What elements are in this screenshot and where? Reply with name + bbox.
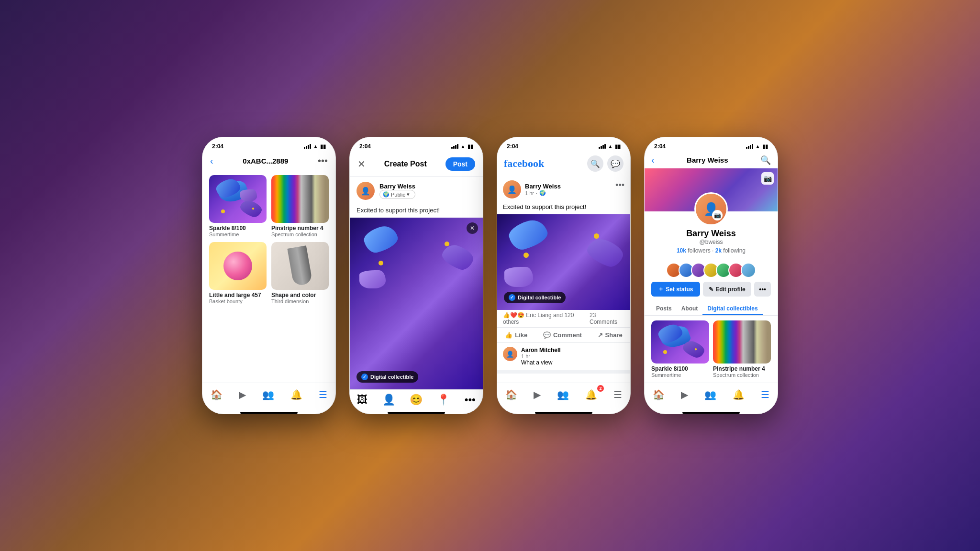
toolbar-tag[interactable]: 👤	[382, 394, 395, 406]
nav-home-3[interactable]: 🏠	[501, 387, 522, 402]
nav-video-4[interactable]: ▶	[676, 387, 693, 402]
post-blob-2	[439, 242, 476, 273]
signal-icon	[304, 144, 311, 149]
toolbar-more[interactable]: •••	[465, 394, 476, 406]
bottom-nav-4: 🏠 ▶ 👥 🔔 ☰	[645, 383, 778, 410]
tab-about[interactable]: About	[677, 301, 703, 315]
feed-dot-1	[523, 253, 529, 258]
profile-nav-header: ‹ Barry Weiss 🔍	[645, 152, 778, 168]
more-button[interactable]: •••	[318, 155, 328, 166]
tab-posts[interactable]: Posts	[651, 301, 677, 315]
feed-image: ✓ Digital collectible	[497, 214, 630, 310]
feed-check-icon: ✓	[509, 294, 515, 301]
profile-name: Barry Weiss	[651, 229, 771, 239]
profile-avatar: 👤 📷	[694, 192, 728, 226]
comment-button[interactable]: 💬 Comment	[543, 331, 582, 339]
nft-item-1[interactable]: Sparkle 8/100 Summertime	[209, 175, 267, 237]
feed-actions: 👍 Like 💬 Comment ↗ Share	[497, 327, 630, 342]
comment-time: 1 hr	[521, 353, 561, 359]
profile-header-name: Barry Weiss	[687, 156, 728, 164]
signal-icon-2	[451, 144, 458, 149]
nav-groups-3[interactable]: 👥	[552, 387, 574, 402]
profile-nft-name-1: Sparkle 8/100	[651, 365, 709, 372]
nav-groups-4[interactable]: 👥	[700, 387, 721, 402]
feed-more-button[interactable]: •••	[615, 180, 624, 190]
tab-digital-collectibles[interactable]: Digital collectibles	[702, 301, 762, 315]
friend-avatar-7	[741, 263, 756, 278]
comment-text: What a view	[521, 359, 561, 366]
status-bar-1: 2:04 ▲ ▮▮	[202, 137, 335, 152]
profile-nft-item-1[interactable]: Sparkle 8/100 Summertime	[651, 320, 709, 378]
profile-search-button[interactable]: 🔍	[760, 155, 771, 165]
time-1: 2:04	[212, 143, 223, 150]
post-blob-3	[359, 270, 386, 288]
nav-menu-3[interactable]: ☰	[609, 387, 627, 402]
nav-notifications[interactable]: 🔔	[286, 387, 307, 402]
post-button[interactable]: Post	[445, 157, 475, 171]
phone-1-content: ‹ 0xABC...2889 ••• Sparkle 8/100 Summert…	[202, 152, 335, 383]
profile-blob-container	[651, 320, 709, 364]
comment-avatar: 👤	[503, 347, 517, 361]
toolbar-emoji[interactable]: 😊	[410, 394, 423, 406]
post-text-2: Excited to support this project!	[350, 205, 483, 218]
nft-name-2: Pinstripe number 4	[271, 225, 329, 231]
avatar-camera-icon[interactable]: 📷	[712, 210, 723, 220]
feed-blob-3	[504, 267, 533, 287]
nft-thumb-shape	[271, 242, 329, 290]
toolbar-location[interactable]: 📍	[437, 394, 450, 406]
check-icon: ✓	[361, 374, 368, 380]
nav-home[interactable]: 🏠	[206, 387, 227, 402]
profile-back-button[interactable]: ‹	[651, 154, 655, 165]
toolbar-photo[interactable]: 🖼	[357, 394, 368, 406]
user-name-row: Barry Weiss 🌍 Public ▾	[379, 183, 415, 199]
status-bar-4: 2:04 ▲ ▮▮	[645, 137, 778, 152]
fb-header-icons: 🔍 💬	[587, 155, 624, 172]
nft-thumb-pinstripe	[271, 175, 329, 223]
profile-nft-thumb-1	[651, 320, 709, 364]
audience-pill[interactable]: 🌍 Public ▾	[379, 190, 415, 199]
nft-item-4[interactable]: Shape and color Third dimension	[271, 242, 329, 304]
profile-nft-collection-2: Spectrum collection	[713, 372, 771, 378]
profile-nft-item-2[interactable]: Pinstripe number 4 Spectrum collection	[713, 320, 771, 378]
nav-video-3[interactable]: ▶	[529, 387, 546, 402]
nft-collection-4: Third dimension	[271, 298, 329, 304]
nft-item-2[interactable]: Pinstripe number 4 Spectrum collection	[271, 175, 329, 237]
set-status-button[interactable]: ＋ Set status	[651, 282, 700, 297]
nft-name-1: Sparkle 8/100	[209, 225, 267, 231]
remove-image-button[interactable]: ✕	[467, 222, 478, 234]
battery-icon-2: ▮▮	[468, 143, 473, 150]
post-image-bg	[350, 218, 483, 389]
back-button[interactable]: ‹	[210, 155, 213, 166]
bottom-indicator-1	[240, 412, 298, 414]
time-3: 2:04	[507, 143, 518, 150]
blob-shape-3	[240, 189, 257, 201]
like-button[interactable]: 👍 Like	[505, 331, 527, 339]
edit-profile-button[interactable]: ✎ Edit profile	[703, 282, 752, 297]
comments-count: 23 Comments	[590, 312, 624, 325]
nav-menu-4[interactable]: ☰	[756, 387, 774, 402]
search-icon-btn[interactable]: 🔍	[587, 155, 603, 172]
nav-home-4[interactable]: 🏠	[648, 387, 669, 402]
nav-notifications-3[interactable]: 🔔	[580, 387, 602, 402]
profile-more-button[interactable]: •••	[754, 282, 771, 297]
battery-icon: ▮▮	[320, 143, 326, 150]
cover-camera-icon[interactable]: 📷	[761, 172, 774, 185]
nav-notifications-4[interactable]: 🔔	[728, 387, 749, 402]
status-icons-4: ▲ ▮▮	[746, 143, 768, 150]
nav-groups[interactable]: 👥	[257, 387, 279, 402]
share-button[interactable]: ↗ Share	[598, 331, 623, 339]
bottom-indicator-2	[388, 412, 445, 414]
profile-nft-name-2: Pinstripe number 4	[713, 365, 771, 372]
nav-video[interactable]: ▶	[234, 387, 251, 402]
status-icons-2: ▲ ▮▮	[451, 143, 473, 150]
messenger-icon-btn[interactable]: 💬	[607, 155, 624, 172]
close-button[interactable]: ✕	[357, 158, 366, 170]
nav-menu[interactable]: ☰	[314, 387, 332, 402]
fruit-shape	[223, 252, 252, 280]
user-name-2: Barry Weiss	[379, 183, 415, 190]
post-toolbar: 🖼 👤 😊 📍 •••	[350, 389, 483, 410]
nft-item-3[interactable]: Little and large 457 Basket bounty	[209, 242, 267, 304]
wifi-icon-2: ▲	[460, 143, 466, 149]
phone-2-content: ✕ Create Post Post 👤 Barry Weiss 🌍 Publi…	[350, 152, 483, 389]
phone-3-content: facebook 🔍 💬 👤 Barry Weiss 1 hr · 🌍	[497, 152, 630, 383]
